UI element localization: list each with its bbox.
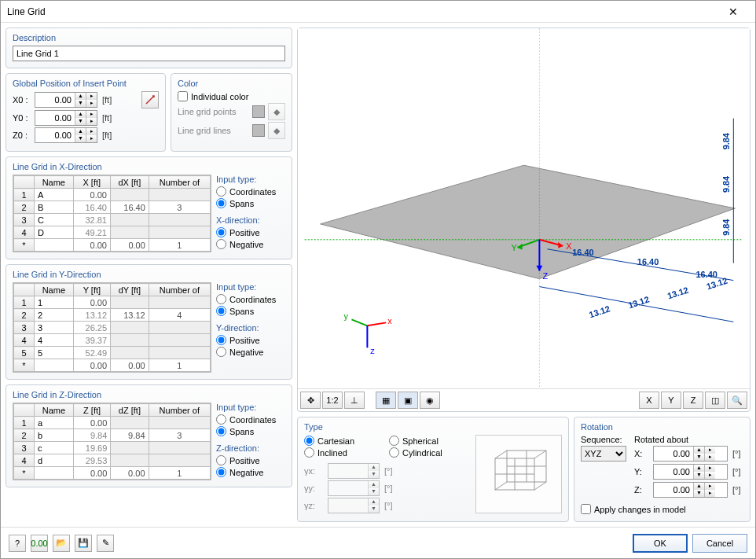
table-row[interactable]: 4D49.21 (14, 226, 211, 239)
table-row[interactable]: *0.000.001 (14, 239, 211, 252)
points-color-button: ◆ (268, 103, 285, 120)
view-tool-zoom[interactable]: 🔍 (727, 392, 747, 409)
svg-line-14 (351, 319, 367, 325)
rotation-group: Rotation Sequence: XYZ Rotated about X:▲… (574, 417, 750, 522)
pick-point-button[interactable] (141, 91, 159, 108)
x-negative-radio[interactable]: Negative (216, 239, 285, 249)
table-row[interactable]: 1A0.00 (14, 189, 211, 201)
preview-3d[interactable]: X Y Z x y z 16.40 16.40 16.40 13.12 13.1… (298, 28, 750, 388)
table-row[interactable]: 3326.25 (14, 322, 211, 334)
view-tool-2[interactable]: 1:2 (322, 392, 343, 409)
edit-button[interactable]: ✎ (97, 535, 114, 552)
x0-unit: [ft] (102, 95, 112, 105)
y-negative-radio[interactable]: Negative (216, 347, 285, 357)
table-row[interactable]: 2B16.4016.403 (14, 201, 211, 214)
x-direction-label: X-direction: (216, 215, 285, 225)
apply-changes-check[interactable]: Apply changes in model (581, 504, 743, 514)
table-row[interactable]: 2213.1213.124 (14, 309, 211, 322)
view-tool-iso[interactable]: ◫ (705, 392, 725, 409)
grid-x-table[interactable]: NameX [ft]dX [ft]Number of 1A0.002B16.40… (13, 175, 211, 252)
svg-text:13.12: 13.12 (666, 285, 690, 301)
x-coords-radio[interactable]: Coordinates (216, 186, 285, 197)
z0-input[interactable]: ▲▼▸▸ (35, 127, 97, 143)
z-positive-radio[interactable]: Positive (216, 455, 285, 465)
gamma-z-label: γz: (304, 501, 325, 510)
svg-text:9.84: 9.84 (721, 175, 731, 193)
table-row[interactable]: 3c19.69 (14, 442, 211, 454)
table-row[interactable]: *0.000.001 (14, 359, 211, 372)
grid-z-table[interactable]: NameZ [ft]dZ [ft]Number of 1a0.002b9.849… (13, 403, 211, 480)
y-positive-radio[interactable]: Positive (216, 335, 285, 345)
z-spans-radio[interactable]: Spans (216, 426, 285, 436)
view-tool-6[interactable]: ◉ (420, 392, 440, 409)
svg-text:x: x (387, 316, 392, 325)
table-row[interactable]: 4439.37 (14, 334, 211, 347)
y0-input[interactable]: ▲▼▸▸ (35, 110, 97, 126)
view-tool-y[interactable]: Y (661, 392, 681, 409)
svg-marker-0 (321, 165, 736, 278)
lines-swatch (252, 124, 265, 137)
table-row[interactable]: 2b9.849.843 (14, 429, 211, 442)
rotation-title: Rotation (581, 422, 743, 432)
open-button[interactable]: 📂 (53, 535, 70, 552)
y-coords-radio[interactable]: Coordinates (216, 294, 285, 304)
view-tool-5[interactable]: ▣ (398, 392, 418, 409)
svg-text:9.84: 9.84 (721, 132, 731, 149)
gamma-y-input: ▲▼ (328, 480, 380, 496)
svg-text:Y: Y (512, 243, 518, 252)
table-row[interactable]: 1a0.00 (14, 417, 211, 429)
gamma-z-input: ▲▼ (328, 498, 380, 513)
type-spherical[interactable]: Spherical (389, 436, 468, 446)
view-tool-z[interactable]: Z (683, 392, 703, 409)
sequence-select[interactable]: XYZ (581, 446, 626, 462)
type-cartesian[interactable]: Cartesian (304, 436, 383, 446)
save-button[interactable]: 💾 (75, 535, 92, 552)
lines-color-button: ◆ (268, 122, 285, 139)
type-preview (475, 435, 562, 513)
type-inclined[interactable]: Inclined (304, 447, 383, 458)
z-negative-radio[interactable]: Negative (216, 467, 285, 477)
svg-text:13.12: 13.12 (627, 294, 651, 310)
y-spans-radio[interactable]: Spans (216, 306, 285, 316)
color-title: Color (178, 79, 285, 88)
view-tool-1[interactable]: ✥ (300, 392, 321, 409)
table-row[interactable]: 5552.49 (14, 347, 211, 359)
spinner-down-icon[interactable]: ▼ (75, 100, 86, 107)
spinner-up-icon[interactable]: ▲ (75, 93, 86, 100)
z-coords-radio[interactable]: Coordinates (216, 414, 285, 425)
rot-x-input[interactable]: ▲▼▸▸ (653, 446, 728, 462)
x-spans-radio[interactable]: Spans (216, 198, 285, 208)
description-group: Description (6, 28, 292, 68)
window-title: Line Grid (7, 6, 717, 17)
grid-z-title: Line Grid in Z-Direction (13, 390, 285, 399)
x0-label: X0 : (13, 95, 31, 105)
rot-z-input[interactable]: ▲▼▸▸ (653, 482, 728, 498)
individual-color-check[interactable]: Individual color (178, 91, 285, 101)
cancel-button[interactable]: Cancel (692, 534, 747, 553)
table-row[interactable]: 4d29.53 (14, 454, 211, 467)
x-positive-radio[interactable]: Positive (216, 227, 285, 237)
gamma-x-input: ▲▼ (328, 463, 380, 479)
grid-lines-label: Line grid lines (178, 126, 249, 135)
svg-text:X: X (566, 241, 572, 251)
view-tool-x[interactable]: X (639, 392, 659, 409)
svg-text:y: y (344, 311, 349, 321)
grid-y-table[interactable]: NameY [ft]dY [ft]Number of 110.002213.12… (13, 283, 211, 372)
table-row[interactable]: *0.000.001 (14, 467, 211, 480)
table-row[interactable]: 3C32.81 (14, 214, 211, 226)
svg-line-34 (534, 451, 546, 458)
calc-button[interactable]: 0.00 (31, 535, 48, 552)
grid-z-group: Line Grid in Z-Direction NameZ [ft]dZ [f… (6, 384, 292, 487)
ok-button[interactable]: OK (633, 534, 688, 553)
description-input[interactable] (13, 46, 285, 61)
table-row[interactable]: 110.00 (14, 296, 211, 309)
view-tool-3[interactable]: ⊥ (344, 392, 365, 409)
type-title: Type (304, 422, 562, 432)
type-cylindrical[interactable]: Cylindrical (389, 447, 468, 458)
x0-input[interactable]: ▲▼▸▸ (35, 92, 97, 108)
view-tool-4[interactable]: ▦ (376, 392, 396, 409)
rot-y-input[interactable]: ▲▼▸▸ (653, 464, 728, 480)
help-button[interactable]: ? (9, 535, 26, 552)
grid-y-group: Line Grid in Y-Direction NameY [ft]dY [f… (6, 264, 292, 380)
close-button[interactable]: ✕ (717, 3, 749, 20)
